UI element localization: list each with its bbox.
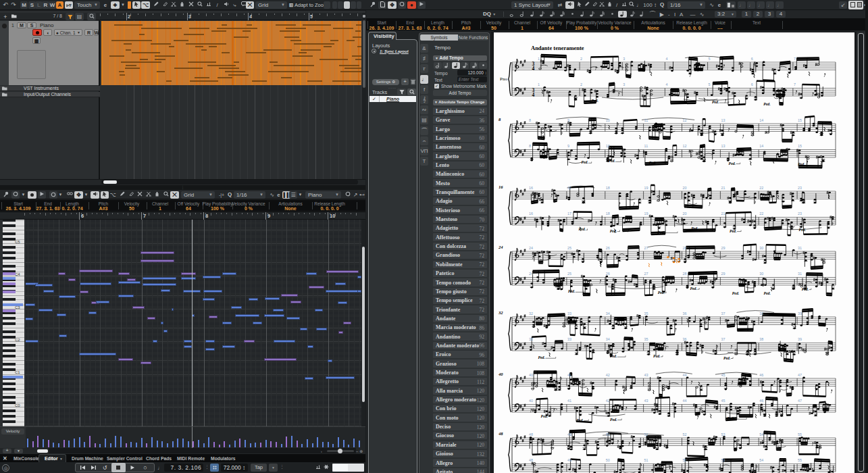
svg-text:31: 31 bbox=[798, 246, 802, 250]
svg-text:13: 13 bbox=[721, 118, 725, 122]
svg-text:Pno: Pno bbox=[500, 76, 507, 82]
svg-text:17: 17 bbox=[567, 211, 571, 216]
svg-text:Ped.: Ped. bbox=[610, 354, 617, 358]
svg-text:52: 52 bbox=[683, 432, 687, 437]
svg-text:Ped.: Ped. bbox=[579, 227, 586, 231]
svg-text:35: 35 bbox=[644, 312, 648, 316]
svg-text:49: 49 bbox=[567, 458, 571, 462]
svg-text:18: 18 bbox=[606, 186, 610, 190]
svg-text:Ped.: Ped. bbox=[541, 414, 548, 418]
svg-text:45: 45 bbox=[721, 373, 725, 377]
svg-text:Ped.: Ped. bbox=[727, 416, 734, 420]
svg-text:40: 40 bbox=[498, 372, 503, 376]
svg-text:Ped.: Ped. bbox=[657, 230, 664, 234]
svg-text:Ped.: Ped. bbox=[568, 289, 575, 293]
svg-text:27: 27 bbox=[644, 246, 648, 250]
svg-text:54: 54 bbox=[759, 458, 763, 462]
svg-text:46: 46 bbox=[759, 373, 763, 377]
svg-text:39: 39 bbox=[798, 337, 802, 341]
svg-text:20: 20 bbox=[683, 211, 687, 216]
svg-text:Ped.: Ped. bbox=[732, 291, 739, 295]
svg-text:4: 4 bbox=[665, 57, 667, 61]
svg-text:53: 53 bbox=[721, 458, 725, 462]
svg-text:24: 24 bbox=[529, 272, 533, 276]
svg-text:25: 25 bbox=[567, 272, 571, 276]
svg-text:6: 6 bbox=[751, 82, 753, 86]
svg-text:Ped.: Ped. bbox=[610, 418, 617, 422]
svg-text:8: 8 bbox=[499, 117, 501, 122]
svg-text:16: 16 bbox=[529, 211, 533, 216]
svg-text:Ped.: Ped. bbox=[690, 287, 696, 291]
svg-text:28: 28 bbox=[683, 272, 687, 276]
svg-text:Ped.: Ped. bbox=[653, 354, 660, 358]
svg-text:35: 35 bbox=[644, 337, 648, 341]
svg-text:32: 32 bbox=[529, 337, 533, 341]
svg-text:15: 15 bbox=[798, 118, 802, 122]
svg-text:33: 33 bbox=[567, 312, 571, 316]
svg-text:29: 29 bbox=[721, 246, 725, 250]
svg-text:16: 16 bbox=[529, 186, 533, 190]
svg-text:7: 7 bbox=[794, 57, 796, 61]
svg-text:18: 18 bbox=[606, 211, 610, 216]
svg-text:23: 23 bbox=[798, 186, 802, 190]
svg-text:40: 40 bbox=[529, 373, 533, 377]
svg-text:Ped.: Ped. bbox=[729, 161, 736, 166]
svg-text:4: 4 bbox=[532, 92, 535, 98]
svg-text:1: 1 bbox=[538, 57, 540, 61]
svg-text:47: 47 bbox=[798, 399, 802, 403]
svg-text:Ped.: Ped. bbox=[799, 228, 806, 232]
svg-text:41: 41 bbox=[567, 399, 571, 403]
svg-text:38: 38 bbox=[759, 312, 763, 316]
svg-text:5: 5 bbox=[709, 82, 711, 86]
svg-text:51: 51 bbox=[644, 458, 648, 462]
svg-text:1: 1 bbox=[538, 82, 540, 86]
svg-text:Ped.: Ped. bbox=[608, 159, 615, 163]
svg-text:28: 28 bbox=[683, 246, 687, 250]
svg-text:Ped.: Ped. bbox=[730, 229, 736, 233]
svg-text:12: 12 bbox=[683, 144, 687, 148]
svg-text:36: 36 bbox=[683, 312, 687, 316]
svg-text:10: 10 bbox=[606, 144, 610, 148]
svg-text:48: 48 bbox=[498, 431, 503, 436]
svg-text:38: 38 bbox=[759, 337, 763, 341]
svg-text:50: 50 bbox=[606, 432, 610, 437]
svg-text:Ped.: Ped. bbox=[691, 226, 698, 230]
svg-text:44: 44 bbox=[683, 373, 687, 377]
svg-text:43: 43 bbox=[644, 373, 648, 377]
svg-text:49: 49 bbox=[567, 432, 571, 437]
svg-text:31: 31 bbox=[798, 272, 802, 276]
svg-text:22: 22 bbox=[759, 211, 763, 216]
svg-text:Ped.: Ped. bbox=[649, 161, 656, 165]
svg-text:43: 43 bbox=[644, 399, 648, 403]
svg-text:53: 53 bbox=[721, 432, 725, 437]
svg-text:42: 42 bbox=[606, 399, 610, 403]
svg-text:Ped.: Ped. bbox=[723, 356, 730, 360]
svg-text:2: 2 bbox=[580, 57, 582, 61]
svg-text:3: 3 bbox=[623, 57, 625, 61]
svg-text:52: 52 bbox=[683, 458, 687, 462]
svg-text:21: 21 bbox=[721, 186, 725, 190]
svg-text:27: 27 bbox=[644, 272, 648, 276]
svg-text:3: 3 bbox=[623, 82, 625, 86]
svg-text:46: 46 bbox=[759, 399, 763, 403]
svg-text:23: 23 bbox=[798, 211, 802, 216]
svg-text:20: 20 bbox=[683, 186, 687, 190]
svg-text:11: 11 bbox=[644, 144, 648, 148]
svg-text:55: 55 bbox=[798, 458, 802, 462]
svg-text:36: 36 bbox=[683, 337, 687, 341]
svg-text:22: 22 bbox=[759, 186, 763, 190]
svg-text:34: 34 bbox=[606, 312, 610, 316]
svg-text:30: 30 bbox=[759, 272, 763, 276]
svg-text:Ped.: Ped. bbox=[610, 229, 617, 233]
svg-text:51: 51 bbox=[644, 432, 648, 437]
svg-text:25: 25 bbox=[567, 246, 571, 250]
svg-text:37: 37 bbox=[721, 337, 725, 341]
svg-text:24: 24 bbox=[529, 246, 533, 250]
svg-text:Ped.: Ped. bbox=[658, 291, 665, 295]
svg-text:19: 19 bbox=[644, 211, 648, 216]
svg-text:12: 12 bbox=[683, 118, 687, 122]
svg-text:26: 26 bbox=[606, 272, 610, 276]
svg-text:8: 8 bbox=[529, 144, 531, 148]
svg-text:Ped.: Ped. bbox=[538, 355, 545, 359]
svg-text:19: 19 bbox=[644, 186, 648, 190]
